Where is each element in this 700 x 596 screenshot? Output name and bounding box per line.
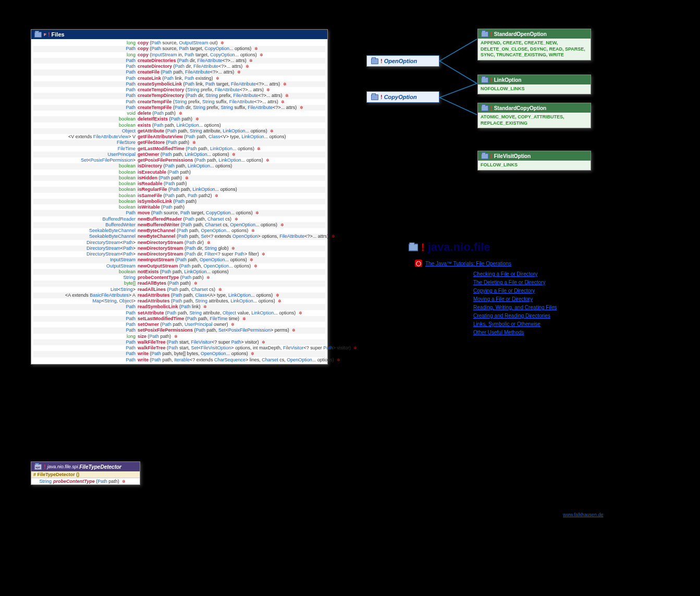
enum-header: ! LinkOption xyxy=(478,75,591,84)
method-row: Map<String, Object>readAttributes (Path … xyxy=(33,298,325,304)
method-row: PathsetPosixFilePermissions (Path path, … xyxy=(33,327,325,333)
package-name: java.nio.file xyxy=(428,240,490,254)
method-row: PathcreateTempFile (String prefix, Strin… xyxy=(33,99,325,105)
javadoc-icon: ! xyxy=(490,31,493,37)
javadoc-icon: ! xyxy=(490,105,493,111)
linkoption-enum[interactable]: ! LinkOption NOFOLLOW_LINKS xyxy=(477,75,591,94)
method-row: Pathmove (Path source, Path target, Copy… xyxy=(33,210,325,216)
method-row: InputStreamnewInputStream (Path path, Op… xyxy=(33,257,325,263)
method-row: Set<PosixFilePermission>getPosixFilePerm… xyxy=(33,157,325,163)
method-row: PathcreateTempDirectory (Path dir, Strin… xyxy=(33,93,325,99)
javadoc-icon: ! xyxy=(490,153,493,159)
package-icon xyxy=(371,58,378,64)
method-row: SeekableByteChannelnewByteChannel (Path … xyxy=(33,228,325,234)
method-row: longcopy (Path source, OutputStream out)… xyxy=(33,40,325,46)
tutorials-header-link[interactable]: The Java™ Tutorials: File Operations xyxy=(425,261,511,266)
enum-header: ! StandardOpenOption xyxy=(478,29,591,39)
enum-header: ! StandardCopyOption xyxy=(478,103,591,113)
svg-line-3 xyxy=(439,98,477,115)
method-row: PathcreateTempDirectory (String prefix, … xyxy=(33,87,325,93)
method-row: booleandeleteIfExists (Path path) ✲ xyxy=(33,116,325,122)
method-row: PathcreateFile (Path path, FileAttribute… xyxy=(33,69,325,75)
method-row: DirectoryStream<Path>newDirectoryStream … xyxy=(33,240,325,246)
javadoc-icon: ! xyxy=(421,241,425,253)
enum-title: LinkOption xyxy=(494,77,522,83)
enum-values: FOLLOW_LINKS xyxy=(478,161,591,170)
ftd-body: # FileTypeDetector () String probeConten… xyxy=(31,471,140,484)
tutorial-links: ◯ The Java™ Tutorials: File Operations C… xyxy=(415,260,592,338)
method-row: PathwalkFileTree (Path start, Set<FileVi… xyxy=(33,345,325,351)
filevisitoption-enum[interactable]: ! FileVisitOption FOLLOW_LINKS xyxy=(477,151,591,171)
method-row: booleanisReadable (Path path) xyxy=(33,181,325,187)
method-row: DirectoryStream<Path>newDirectoryStream … xyxy=(33,246,325,251)
method-row: booleannotExists (Path path, LinkOption.… xyxy=(33,269,325,275)
tutorial-link[interactable]: The Deleting a File or Directory xyxy=(473,279,592,285)
tutorial-link[interactable]: Moving a File or Directory xyxy=(473,296,592,302)
svg-line-0 xyxy=(439,39,477,61)
package-icon xyxy=(371,94,378,100)
javadoc-icon: ! xyxy=(380,94,383,100)
package-icon xyxy=(481,153,488,159)
method-row: booleanisSymbolicLink (Path path) xyxy=(33,199,325,204)
connectors xyxy=(439,29,478,133)
method-row: booleanisRegularFile (Path path, LinkOpt… xyxy=(33,187,325,192)
enum-title: FileVisitOption xyxy=(494,153,531,159)
tutorial-link[interactable]: Other Useful Methods xyxy=(473,330,592,335)
enum-header: ! FileVisitOption xyxy=(478,151,591,161)
ftd-method-row: String probeContentType (Path path) ✲ xyxy=(31,478,140,484)
method-row: booleanisDirectory (Path path, LinkOptio… xyxy=(33,163,325,169)
standardopenoption-enum[interactable]: ! StandardOpenOption APPEND, CREATE, CRE… xyxy=(477,29,591,60)
enum-values: NOFOLLOW_LINKS xyxy=(478,84,591,94)
method-row: ObjectgetAttribute (Path path, String at… xyxy=(33,128,325,134)
method-row: PathsetAttribute (Path path, String attr… xyxy=(33,310,325,316)
tutorial-link[interactable]: Reading, Writing, and Creating Files xyxy=(473,305,592,310)
final-marker: F xyxy=(44,32,46,37)
svg-line-2 xyxy=(439,83,477,98)
method-row: Pathwrite (Path path, byte[] bytes, Open… xyxy=(33,351,325,357)
method-row: FileStoregetFileStore (Path path) ✲ xyxy=(33,140,325,145)
enum-values: ATOMIC_MOVE, COPY_ATTRIBUTES, REPLACE_EX… xyxy=(478,113,591,128)
method-row: booleanisHidden (Path path) ✲ xyxy=(33,175,325,181)
files-method-list: longcopy (Path source, OutputStream out)… xyxy=(31,39,327,364)
watermark-link[interactable]: www.falkhausen.de xyxy=(563,512,604,517)
copyoption-interface[interactable]: ! CopyOption xyxy=(366,91,439,103)
package-icon xyxy=(34,32,42,38)
filetypedetector-class-box[interactable]: spi ! java.nio.file.spi. FileTypeDetecto… xyxy=(31,461,140,485)
javadoc-icon: ! xyxy=(44,464,46,470)
package-icon xyxy=(481,31,488,37)
method-row: PathwalkFileTree (Path start, FileVisito… xyxy=(33,339,325,345)
method-row: SeekableByteChannelnewByteChannel (Path … xyxy=(33,234,325,239)
standardcopyoption-enum[interactable]: ! StandardCopyOption ATOMIC_MOVE, COPY_A… xyxy=(477,103,591,128)
tutorial-link[interactable]: Creating and Reading Directories xyxy=(473,313,592,319)
oracle-icon: ◯ xyxy=(415,260,422,267)
javadoc-icon: ! xyxy=(48,31,50,38)
method-row: List<String>readAllLines (Path path, Cha… xyxy=(33,287,325,293)
enum-values: APPEND, CREATE, CREATE_NEW, DELETE_ON_CL… xyxy=(478,39,591,60)
method-row: booleanexists (Path path, LinkOption... … xyxy=(33,123,325,128)
method-row: PathcreateLink (Path link, Path existing… xyxy=(33,76,325,81)
method-row: booleanisWritable (Path path) xyxy=(33,204,325,210)
method-row: BufferedWriternewBufferedWriter (Path pa… xyxy=(33,222,325,228)
ftd-constructor: # FileTypeDetector () xyxy=(31,471,140,478)
method-row: longsize (Path path) ✲ xyxy=(33,334,325,339)
method-row: PathcreateTempFile (Path dir, String pre… xyxy=(33,105,325,111)
tutorial-link[interactable]: Copying a File or Directory xyxy=(473,288,592,294)
method-row: voiddelete (Path path) ✲ xyxy=(33,111,325,116)
method-row: OutputStreamnewOutputStream (Path path, … xyxy=(33,263,325,269)
method-row: BufferedReadernewBufferedReader (Path pa… xyxy=(33,216,325,222)
interface-name: OpenOption xyxy=(384,58,417,64)
method-row: booleanisSameFile (Path path, Path path2… xyxy=(33,193,325,199)
package-title: ! java.nio.file xyxy=(410,240,490,254)
files-class-box: F ! Files longcopy (Path source, OutputS… xyxy=(31,29,328,364)
javadoc-icon: ! xyxy=(490,77,493,83)
method-row: PathreadSymbolicLink (Path link) ✲ xyxy=(33,304,325,310)
enum-title: StandardOpenOption xyxy=(494,31,547,37)
class-title: Files xyxy=(52,31,65,38)
tutorial-link[interactable]: Checking a File or Directory xyxy=(473,271,592,277)
method-row: UserPrincipalgetOwner (Path path, LinkOp… xyxy=(33,152,325,157)
openoption-interface[interactable]: ! OpenOption xyxy=(366,55,439,67)
method-row: PathcreateSymbolicLink (Path link, Path … xyxy=(33,81,325,87)
method-row: PathsetLastModifiedTime (Path path, File… xyxy=(33,316,325,322)
svg-line-1 xyxy=(439,61,477,83)
tutorial-link[interactable]: Links, Symbolic or Otherwise xyxy=(473,321,592,327)
